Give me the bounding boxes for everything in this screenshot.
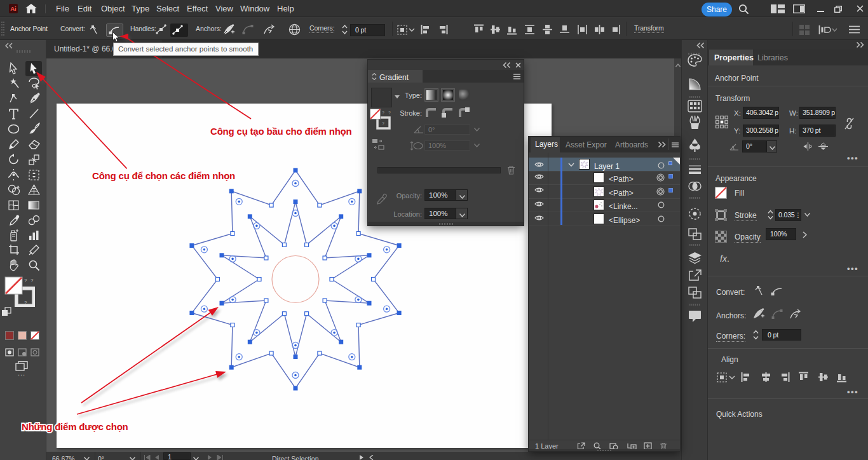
svg-text:?: ? [31, 278, 34, 283]
svg-text:?: ? [382, 121, 384, 126]
svg-text:?: ? [24, 278, 27, 283]
svg-text:?: ? [24, 300, 27, 306]
